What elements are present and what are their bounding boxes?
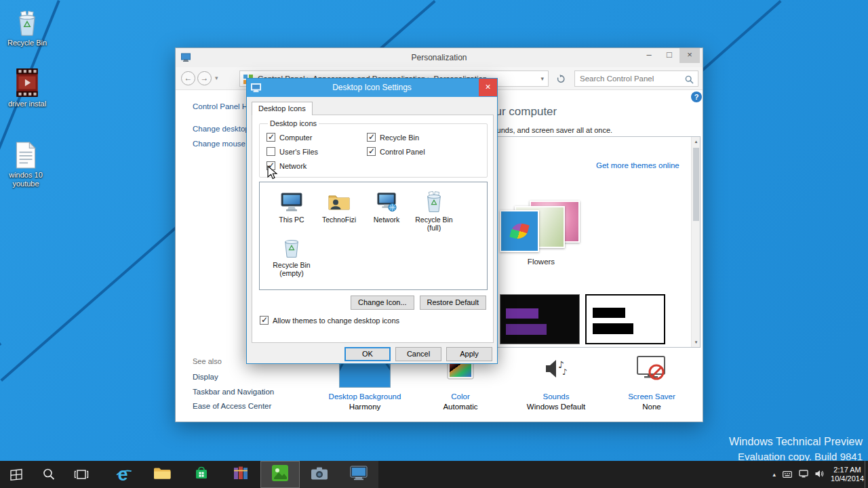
video-file-icon (4, 66, 50, 98)
clock-date: 10/4/2014 (831, 474, 864, 483)
apply-button[interactable]: Apply (446, 347, 492, 361)
groupbox-label: Desktop icons (268, 119, 319, 127)
checkbox-label: Network (279, 162, 307, 170)
checkbox-box (367, 147, 376, 156)
sidebar-item-taskbar-navigation[interactable]: Taskbar and Navigation (193, 388, 274, 396)
refresh-button[interactable] (553, 70, 569, 87)
search-input[interactable] (580, 72, 682, 85)
maximize-button[interactable]: □ (659, 48, 679, 63)
cancel-button[interactable]: Cancel (395, 347, 441, 361)
taskbar-app-camera[interactable] (300, 461, 339, 488)
checkbox-label: Allow themes to change desktop icons (273, 317, 399, 325)
recycle-bin-full-icon (410, 190, 458, 214)
close-button[interactable]: × (679, 48, 700, 63)
network-tray-icon[interactable] (799, 468, 808, 481)
svg-text:♪: ♪ (562, 367, 568, 377)
recycle-bin-icon (4, 5, 50, 37)
network-icon (363, 190, 410, 214)
taskbar-app-active[interactable] (260, 461, 300, 488)
preview-icon-user-files[interactable]: TechnoFizi (315, 190, 363, 232)
preview-icon-recycle-bin-full[interactable]: Recycle Bin (full) (410, 190, 458, 232)
back-button[interactable]: ← (181, 71, 195, 85)
theme-label: Flowers (500, 258, 583, 266)
screen-saver-icon (636, 354, 667, 386)
store-icon (193, 465, 210, 484)
restore-default-button[interactable]: Restore Default (420, 296, 486, 310)
checkbox-computer[interactable]: Computer (267, 133, 367, 142)
help-button[interactable]: ? (691, 92, 702, 102)
taskbar-file-explorer[interactable] (142, 461, 182, 488)
address-dropdown-icon[interactable]: ▾ (540, 75, 544, 82)
ok-button[interactable]: OK (344, 347, 391, 361)
checkbox-network[interactable]: Network (267, 161, 367, 170)
mouse-cursor (267, 165, 278, 183)
preview-icon-network[interactable]: Network (363, 190, 410, 232)
theme-high-contrast-black[interactable] (500, 294, 580, 344)
scrollbar-thumb[interactable] (693, 148, 699, 221)
taskbar-winrar[interactable] (221, 461, 260, 488)
desktop-icon-recycle-bin[interactable]: Recycle Bin (4, 5, 50, 47)
desktop-icons-groupbox: Desktop icons Computer Recycle Bin User'… (259, 119, 488, 178)
preview-icon-recycle-bin-empty[interactable]: Recycle Bin (empty) (268, 236, 315, 277)
desktop-icon-label: driver instal (8, 100, 46, 108)
taskbar-store[interactable] (182, 461, 221, 488)
desktop-icon-driver-instal[interactable]: driver instal (4, 66, 50, 108)
desktop-icon-label: windos 10 youtube (9, 171, 43, 188)
text-file-icon (3, 138, 49, 169)
desktop-icon-windos-10-youtube[interactable]: windos 10 youtube (3, 138, 49, 188)
keyboard-tray-icon[interactable] (783, 468, 792, 481)
personalize-item-sounds[interactable]: ♪ ♪ Sounds Windows Default (512, 352, 600, 411)
forward-button[interactable]: → (197, 71, 212, 85)
scrollbar[interactable]: ▴ ▾ (691, 137, 700, 347)
taskbar-clock[interactable]: 2:17 AM 10/4/2014 (831, 466, 864, 483)
sounds-icon: ♪ ♪ (542, 354, 570, 386)
theme-flowers[interactable]: Flowers (500, 201, 583, 271)
history-chevron-icon[interactable]: ▾ (215, 75, 218, 81)
allow-themes-checkbox[interactable]: Allow themes to change desktop icons (260, 316, 399, 325)
taskbar-app-display[interactable] (339, 461, 378, 488)
hidden-icons-chevron[interactable]: ▴ (773, 471, 776, 478)
start-button[interactable] (0, 461, 33, 488)
volume-tray-icon[interactable] (815, 468, 824, 481)
taskbar: e (0, 461, 868, 488)
dialog-close-button[interactable]: × (479, 79, 497, 96)
window-titlebar[interactable]: Personalization – □ × (176, 48, 703, 67)
taskbar-internet-explorer[interactable]: e (103, 461, 142, 488)
checkbox-box (267, 147, 275, 156)
get-more-themes-link[interactable]: Get more themes online (596, 161, 679, 169)
search-icon[interactable] (685, 75, 694, 87)
preview-icon-this-pc[interactable]: This PC (268, 190, 315, 232)
checkbox-label: Computer (279, 134, 312, 142)
sidebar-item-ease-of-access[interactable]: Ease of Access Center (193, 402, 271, 410)
show-desktop-button[interactable] (865, 461, 868, 488)
task-view-button[interactable] (65, 461, 98, 488)
personalize-item-screen-saver[interactable]: Screen Saver None (608, 352, 696, 411)
tab-desktop-icons[interactable]: Desktop Icons (252, 102, 313, 115)
recycle-bin-empty-icon (268, 236, 315, 259)
photos-app-icon (271, 464, 289, 485)
checkbox-recycle-bin[interactable]: Recycle Bin (367, 133, 480, 142)
scroll-up-icon[interactable]: ▴ (692, 137, 701, 146)
winrar-icon (233, 466, 249, 483)
user-folder-icon (315, 190, 363, 214)
checkbox-box (267, 133, 275, 142)
clock-time: 2:17 AM (831, 466, 864, 474)
minimize-button[interactable]: – (639, 48, 659, 63)
checkbox-users-files[interactable]: User's Files (267, 147, 367, 156)
dialog-titlebar[interactable]: Desktop Icon Settings × (247, 79, 497, 97)
change-icon-button[interactable]: Change Icon... (351, 296, 414, 310)
checkbox-control-panel[interactable]: Control Panel (367, 147, 480, 156)
theme-high-contrast-white[interactable] (585, 294, 665, 344)
see-also-heading: See also (193, 357, 222, 365)
search-box[interactable] (574, 70, 698, 87)
sidebar-item-display[interactable]: Display (193, 373, 218, 381)
checkbox-box (367, 133, 376, 142)
checkbox-box (260, 316, 269, 325)
internet-explorer-icon: e (117, 466, 127, 483)
checkbox-label: Recycle Bin (380, 134, 419, 142)
scroll-down-icon[interactable]: ▾ (692, 338, 701, 347)
this-pc-icon (268, 190, 315, 214)
search-button[interactable] (33, 461, 65, 488)
dialog-title: Desktop Icon Settings (247, 79, 497, 97)
dialog-tab-panel: Desktop icons Computer Recycle Bin User'… (252, 115, 494, 343)
